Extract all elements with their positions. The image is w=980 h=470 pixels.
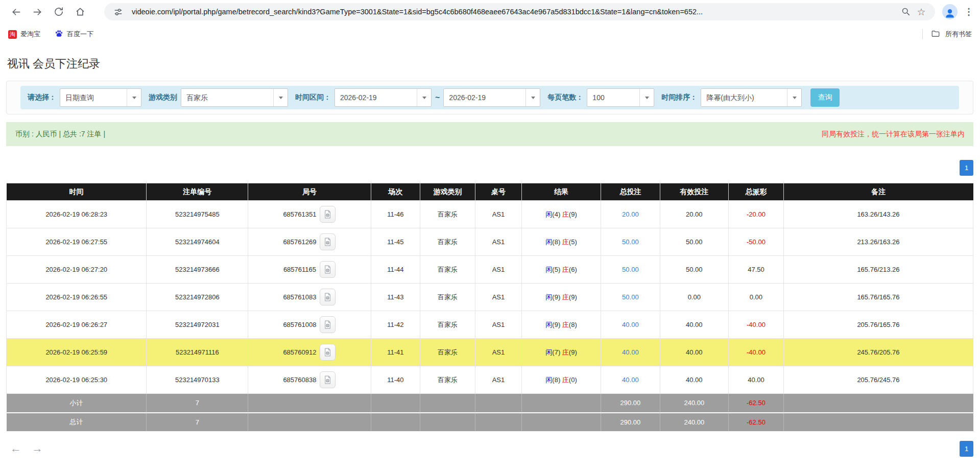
cell-note: 245.76/205.76 (783, 339, 973, 366)
site-settings-icon[interactable] (110, 4, 126, 19)
table-row: 2026-02-19 06:25:30523214970133685760838… (7, 366, 973, 394)
query-type-select[interactable]: 日期查询 (60, 88, 141, 107)
page-number-button[interactable]: 1 (960, 160, 973, 176)
taobao-icon: 淘 (8, 30, 17, 39)
table-footer: 小计7290.00240.00-62.50总计7290.00240.00-62.… (7, 394, 973, 432)
film-file-icon (323, 265, 332, 274)
video-record-button[interactable] (320, 261, 336, 278)
cell-bet-number: 523214973666 (147, 256, 248, 284)
home-icon[interactable] (69, 2, 91, 21)
cell-session: 11-44 (371, 256, 420, 284)
chevron-down-icon[interactable] (273, 89, 288, 106)
total-bet-link[interactable]: 40.00 (622, 376, 639, 384)
next-page-icon[interactable]: → (32, 442, 43, 455)
payout-value: 47.50 (748, 266, 764, 273)
payout-value: -50.00 (747, 238, 766, 246)
banker-result: 庄 (562, 321, 569, 328)
bookmark-star-icon[interactable]: ☆ (914, 4, 929, 19)
round-number-text: 685761269 (283, 238, 316, 246)
sort-value: 降幂(由大到小) (701, 89, 787, 106)
bookmark-label: 爱淘宝 (20, 30, 40, 39)
url-text[interactable]: videoie.com/ipl/portal.php/game/betrecor… (132, 8, 898, 16)
video-record-button[interactable] (320, 344, 336, 361)
cell-game-type: 百家乐 (420, 228, 475, 256)
forward-icon[interactable] (27, 2, 48, 21)
date-from-select[interactable]: 2026-02-19 (334, 88, 432, 107)
total-bet-link[interactable]: 50.00 (622, 238, 639, 246)
cell-session: 11-46 (371, 201, 420, 228)
table-row: 2026-02-19 06:26:27523214972031685761008… (7, 311, 973, 339)
chevron-down-icon[interactable] (127, 89, 141, 106)
footer-empty (248, 394, 371, 413)
cell-session: 11-45 (371, 228, 420, 256)
player-score: (5) (552, 266, 562, 273)
all-bookmarks-label[interactable]: 所有书签 (945, 30, 972, 39)
bookmark-taobao[interactable]: 淘 爱淘宝 (8, 30, 40, 39)
prev-page-icon[interactable]: ← (10, 442, 21, 455)
back-icon[interactable] (5, 2, 27, 21)
cell-total-bet: 40.00 (601, 311, 660, 339)
film-file-icon (323, 320, 332, 330)
total-bet-link[interactable]: 20.00 (622, 210, 639, 218)
folder-icon (931, 29, 940, 40)
address-bar[interactable]: videoie.com/ipl/portal.php/game/betrecor… (104, 3, 935, 20)
banker-result: 庄 (562, 210, 569, 218)
video-record-button[interactable] (320, 371, 336, 388)
round-number-text: 685761008 (283, 321, 316, 328)
chevron-down-icon[interactable] (639, 89, 654, 106)
cell-result: 闲(8) 庄(0) (521, 366, 601, 394)
total-bet-link[interactable]: 50.00 (622, 293, 639, 301)
page-size-label: 每页笔数： (547, 93, 583, 102)
footer-empty (371, 413, 420, 432)
cell-time: 2026-02-19 06:26:27 (7, 311, 147, 339)
footer-label: 小计 (7, 394, 147, 413)
page-number-button[interactable]: 1 (960, 441, 973, 457)
chevron-down-icon[interactable] (787, 89, 801, 106)
film-file-icon (323, 347, 332, 357)
sort-select[interactable]: 降幂(由大到小) (701, 88, 802, 107)
search-button[interactable]: 查询 (810, 88, 840, 107)
cell-round-number: 685761351 (248, 201, 371, 228)
player-score: (7) (552, 348, 562, 356)
column-header: 有效投注 (660, 183, 728, 201)
table-header-row: 时间注单编号局号场次游戏类别桌号结果总投注有效投注总派彩备注 (7, 183, 973, 201)
total-bet-link[interactable]: 40.00 (622, 348, 639, 356)
cell-bet-number: 523214970133 (147, 366, 248, 394)
video-record-button[interactable] (320, 316, 336, 333)
pagination-top: 1 (6, 160, 973, 176)
game-type-value: 百家乐 (181, 89, 273, 106)
round-cell: 685760838 (248, 371, 370, 388)
profile-avatar[interactable] (942, 4, 958, 19)
page-size-select[interactable]: 100 (587, 88, 654, 107)
total-bet-link[interactable]: 40.00 (622, 321, 639, 328)
video-record-button[interactable] (320, 206, 336, 223)
game-type-select[interactable]: 百家乐 (181, 88, 288, 107)
chevron-down-icon[interactable] (417, 89, 431, 106)
video-record-button[interactable] (320, 289, 336, 306)
table-row: 2026-02-19 06:27:55523214974604685761269… (7, 228, 973, 256)
zoom-icon[interactable] (898, 4, 914, 19)
date-to-select[interactable]: 2026-02-19 (443, 88, 540, 107)
reload-icon[interactable] (48, 2, 69, 21)
cell-note: 213.26/163.26 (783, 228, 973, 256)
cell-bet-number: 523214974604 (147, 228, 248, 256)
cell-round-number: 685761269 (248, 228, 371, 256)
bookmark-baidu[interactable]: 百度一下 (55, 29, 93, 39)
notice-text: 同局有效投注，统一计算在该局第一张注单内 (822, 130, 965, 139)
cell-payout: 0.00 (729, 284, 784, 311)
total-bet-link[interactable]: 50.00 (622, 266, 639, 273)
cell-round-number: 685760912 (248, 339, 371, 366)
cell-note: 163.26/143.26 (783, 201, 973, 228)
baidu-paw-icon (55, 29, 63, 39)
table-row: 2026-02-19 06:25:59523214971116685760912… (7, 339, 973, 366)
cell-table-number: AS1 (475, 366, 522, 394)
footer-empty (475, 413, 522, 432)
column-header: 结果 (521, 183, 601, 201)
currency-summary: 币别 : 人民币 | 总共 :7 注单 | (15, 130, 105, 139)
footer-empty (475, 394, 522, 413)
video-record-button[interactable] (320, 233, 336, 250)
select-type-label: 请选择： (28, 93, 56, 102)
browser-menu-icon[interactable]: ⋮ (963, 6, 975, 17)
chevron-down-icon[interactable] (525, 89, 540, 106)
cell-result: 闲(7) 庄(9) (521, 339, 601, 366)
